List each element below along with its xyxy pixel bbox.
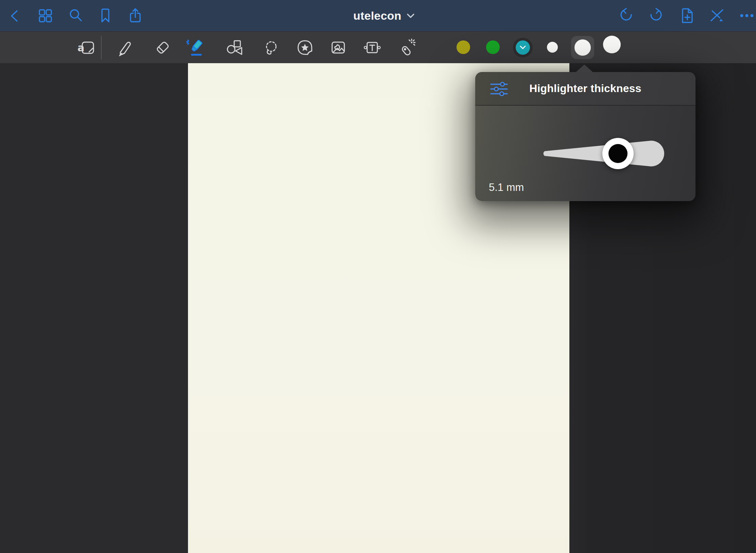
color-swatch-teal	[516, 40, 530, 55]
chevron-down-icon	[519, 45, 526, 50]
undo-button[interactable]	[617, 6, 636, 25]
lasso-icon	[262, 38, 281, 57]
redo-button[interactable]	[646, 6, 665, 25]
lasso-tool-button[interactable]	[262, 38, 281, 57]
elements-tool-button[interactable]	[295, 38, 314, 57]
add-page-icon	[677, 6, 696, 25]
shapes-icon	[224, 38, 243, 57]
thickness-value-label: 5.1 mm	[489, 181, 524, 194]
search-button[interactable]	[66, 6, 85, 25]
share-icon	[126, 6, 145, 25]
color-swatch-olive[interactable]	[457, 40, 470, 54]
shapes-tool-button[interactable]	[224, 38, 243, 57]
laser-pointer-icon	[397, 38, 416, 57]
undo-icon	[617, 6, 636, 25]
thickness-preset-thin[interactable]	[547, 42, 558, 53]
pen-icon	[115, 38, 134, 57]
eraser-tool-button[interactable]	[153, 38, 172, 57]
navigation-bar: utelecon	[0, 0, 756, 31]
color-swatch-green[interactable]	[486, 40, 500, 54]
chevron-left-icon	[5, 6, 24, 25]
popover-arrow	[575, 65, 594, 73]
highlighter-thickness-popover: Highlighter thickness 5.1 mm	[475, 72, 695, 201]
edit-mode-icon: a	[77, 38, 96, 57]
grid-icon	[36, 6, 55, 25]
sticker-star-icon	[295, 38, 314, 57]
highlighter-icon	[186, 37, 205, 58]
app-screen: utelecon	[0, 0, 756, 553]
thickness-slider-row: 5.1 mm	[475, 106, 695, 201]
chevron-down-icon	[406, 12, 415, 19]
bluetooth-badge-icon	[187, 40, 189, 44]
svg-text:a: a	[78, 42, 84, 54]
page-title: utelecon	[353, 9, 401, 22]
back-button[interactable]	[5, 6, 24, 25]
eraser-icon	[153, 38, 172, 57]
add-page-button[interactable]	[677, 6, 696, 25]
redo-icon	[646, 6, 665, 25]
thickness-slider-knob[interactable]	[602, 138, 634, 169]
pen-tool-button[interactable]	[115, 38, 134, 57]
thickness-preset-medium-dot	[574, 39, 591, 56]
sliders-icon	[489, 79, 509, 99]
highlighter-tool-button[interactable]	[186, 38, 205, 57]
laser-pointer-tool-button[interactable]	[397, 38, 416, 57]
thickness-preset-thick[interactable]	[603, 36, 621, 53]
end-editing-button[interactable]	[707, 6, 726, 25]
thickness-slider-knob-center	[608, 144, 628, 163]
tool-bar: a	[0, 31, 756, 63]
photo-icon	[329, 38, 348, 57]
document-title-button[interactable]: utelecon	[333, 0, 435, 31]
search-icon	[66, 6, 85, 25]
text-box-icon	[363, 38, 382, 57]
more-button[interactable]	[737, 6, 756, 25]
text-tool-button[interactable]	[363, 38, 382, 57]
pan-edit-mode-button[interactable]: a	[77, 38, 96, 57]
crossed-pencil-icon	[707, 6, 726, 25]
share-button[interactable]	[126, 6, 145, 25]
toolbar-divider	[101, 36, 102, 59]
bookmark-icon	[96, 6, 115, 25]
popover-header: Highlighter thickness	[475, 72, 695, 106]
bookmarks-button[interactable]	[96, 6, 115, 25]
ellipsis-icon	[737, 6, 756, 25]
pages-overview-button[interactable]	[36, 6, 55, 25]
image-tool-button[interactable]	[329, 38, 348, 57]
color-swatch-teal-selected[interactable]	[513, 38, 533, 57]
thickness-preset-medium-selected[interactable]	[571, 36, 594, 59]
